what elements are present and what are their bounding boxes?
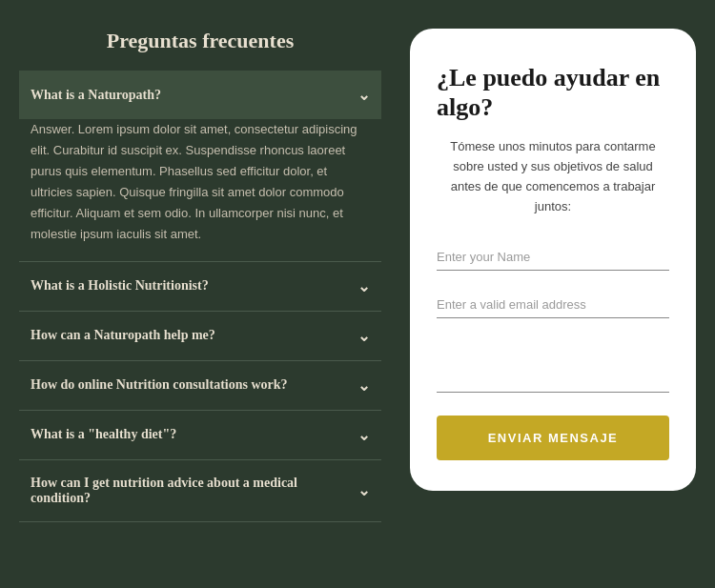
name-input[interactable] — [437, 240, 669, 271]
faq-item-6: How can I get nutrition advice about a m… — [19, 460, 381, 522]
faq-question-6-label: How can I get nutrition advice about a m… — [31, 476, 358, 506]
faq-item-4: How do online Nutrition consultations wo… — [19, 361, 381, 411]
chevron-down-icon-6: ⌄ — [358, 481, 370, 499]
faq-item-1: What is a Naturopath? ⌄ Answer. Lorem ip… — [19, 71, 381, 262]
page-wrapper: Preguntas frecuentes What is a Naturopat… — [19, 29, 696, 522]
chevron-down-icon-2: ⌄ — [358, 277, 370, 295]
email-input[interactable] — [437, 288, 669, 318]
message-textarea[interactable] — [437, 335, 669, 393]
chevron-down-icon-1: ⌄ — [358, 86, 370, 104]
faq-question-1-label: What is a Naturopath? — [31, 88, 161, 103]
contact-card: ¿Le puedo ayudar en algo? Tómese unos mi… — [410, 29, 696, 491]
chevron-down-icon-3: ⌄ — [358, 327, 370, 345]
faq-answer-1: Answer. Lorem ipsum dolor sit amet, cons… — [19, 119, 381, 261]
faq-question-1[interactable]: What is a Naturopath? ⌄ — [19, 71, 381, 119]
faq-question-5[interactable]: What is a "healthy diet"? ⌄ — [19, 411, 381, 459]
faq-item-3: How can a Naturopath help me? ⌄ — [19, 312, 381, 361]
faq-question-4-label: How do online Nutrition consultations wo… — [31, 377, 288, 393]
contact-heading: ¿Le puedo ayudar en algo? — [437, 63, 669, 122]
faq-question-4[interactable]: How do online Nutrition consultations wo… — [19, 361, 381, 410]
contact-subtext: Tómese unos minutos para contarme sobre … — [437, 137, 669, 216]
faq-column: Preguntas frecuentes What is a Naturopat… — [19, 29, 381, 522]
faq-question-5-label: What is a "healthy diet"? — [31, 427, 176, 442]
faq-title: Preguntas frecuentes — [19, 29, 381, 53]
faq-question-3-label: How can a Naturopath help me? — [31, 328, 215, 343]
faq-question-2-label: What is a Holistic Nutritionist? — [31, 278, 209, 294]
contact-column: ¿Le puedo ayudar en algo? Tómese unos mi… — [410, 29, 696, 522]
faq-question-6[interactable]: How can I get nutrition advice about a m… — [19, 460, 381, 521]
faq-question-2[interactable]: What is a Holistic Nutritionist? ⌄ — [19, 262, 381, 311]
chevron-down-icon-5: ⌄ — [358, 426, 370, 444]
chevron-down-icon-4: ⌄ — [358, 376, 370, 395]
faq-item-5: What is a "healthy diet"? ⌄ — [19, 411, 381, 460]
submit-button[interactable]: ENVIAR MENSAJE — [437, 416, 669, 460]
faq-item-2: What is a Holistic Nutritionist? ⌄ — [19, 262, 381, 312]
faq-list: What is a Naturopath? ⌄ Answer. Lorem ip… — [19, 71, 381, 522]
faq-question-3[interactable]: How can a Naturopath help me? ⌄ — [19, 312, 381, 360]
